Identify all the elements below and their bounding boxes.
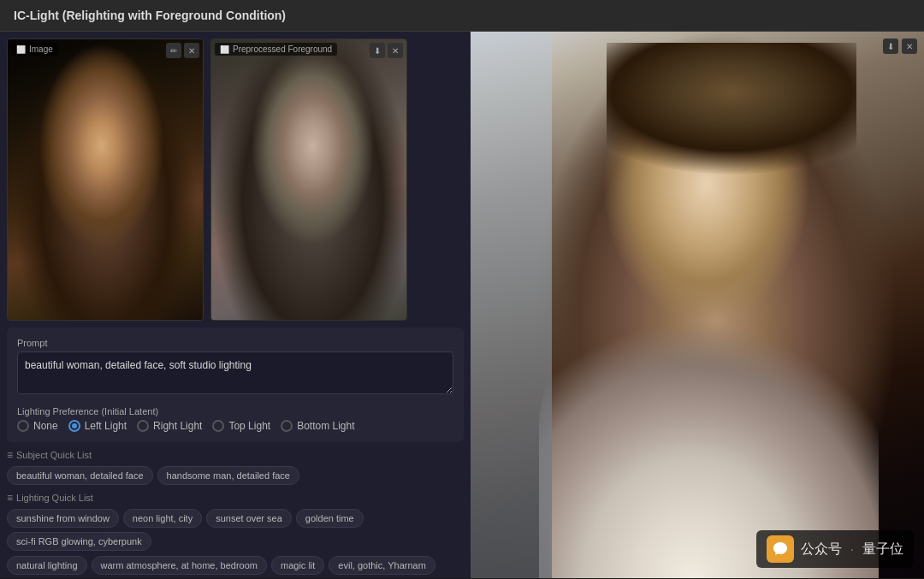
window-light	[471, 32, 552, 578]
app-title: IC-Light (Relighting with Foreground Con…	[14, 9, 286, 22]
lighting-tag-7[interactable]: magic lit	[271, 556, 324, 575]
subject-quick-list: Subject Quick List beautiful woman, deta…	[7, 449, 464, 485]
lighting-options-row: None Left Light Right Light	[17, 420, 453, 432]
lighting-tag-1[interactable]: neon light, city	[123, 509, 202, 528]
lighting-tag-8[interactable]: evil, gothic, Yharnam	[329, 556, 435, 575]
radio-label-left: Left Light	[85, 420, 127, 432]
lighting-group: Lighting Preference (Initial Latent) Non…	[17, 406, 453, 432]
radio-bottom[interactable]: Bottom Light	[281, 420, 354, 432]
output-controls: ⬇ ✕	[883, 38, 917, 54]
lighting-tag-0[interactable]: sunshine from window	[7, 509, 119, 528]
lighting-quick-list-header: Lighting Quick List	[7, 492, 464, 504]
lighting-tag-6[interactable]: warm atmosphere, at home, bedroom	[92, 556, 267, 575]
lighting-tag-5[interactable]: natural lighting	[7, 556, 87, 575]
radio-circle-none	[17, 420, 29, 432]
lighting-tag-4[interactable]: sci-fi RGB glowing, cyberpunk	[7, 532, 151, 551]
subject-tag-1[interactable]: handsome man, detailed face	[157, 466, 299, 485]
image-box-1-label: ⬜ Image	[11, 43, 58, 56]
radio-circle-left	[68, 420, 80, 432]
radio-label-bottom: Bottom Light	[297, 420, 354, 432]
lighting-tags-row-1: sunshine from window neon light, city su…	[7, 509, 464, 551]
image-1-portrait	[8, 39, 203, 320]
output-download-btn[interactable]: ⬇	[883, 38, 898, 54]
hair-area	[607, 43, 856, 207]
image-box-1-controls: ✏ ✕	[166, 43, 199, 58]
radio-circle-bottom	[281, 420, 293, 432]
radio-label-top: Top Light	[228, 420, 270, 432]
subject-quick-list-header: Subject Quick List	[7, 449, 464, 461]
wechat-dot-separator: ·	[850, 542, 854, 556]
wechat-icon	[767, 535, 794, 563]
radio-circle-right	[137, 420, 149, 432]
radio-circle-top	[212, 420, 224, 432]
output-close-btn[interactable]: ✕	[902, 38, 917, 54]
main-layout: ⬜ Image ✏ ✕ ⬜ Preprocessed Foreground ⬇ …	[0, 32, 924, 578]
radio-top[interactable]: Top Light	[212, 420, 270, 432]
image-box-2: ⬜ Preprocessed Foreground ⬇ ✕	[210, 38, 407, 321]
image-box-2-download-btn[interactable]: ⬇	[370, 43, 385, 58]
lighting-tag-2[interactable]: sunset over sea	[206, 509, 292, 528]
image-box-2-close-btn[interactable]: ✕	[388, 43, 403, 58]
output-bg: ⬇ ✕ 公众号 · 量子位	[471, 32, 924, 578]
radio-label-right: Right Light	[153, 420, 202, 432]
subject-tags-row: beautiful woman, detailed face handsome …	[7, 466, 464, 485]
image-2-portrait	[211, 39, 406, 320]
controls-section: Prompt beautiful woman, detailed face, s…	[7, 328, 464, 442]
lighting-tag-3[interactable]: golden time	[296, 509, 364, 528]
prompt-label: Prompt	[17, 338, 453, 348]
right-panel: ⬇ ✕ 公众号 · 量子位	[471, 32, 924, 578]
image-box-1-close-btn[interactable]: ✕	[184, 43, 199, 58]
wechat-overlay: 公众号 · 量子位	[756, 530, 914, 568]
prompt-group: Prompt beautiful woman, detailed face, s…	[17, 338, 453, 398]
image-box-2-controls: ⬇ ✕	[370, 43, 403, 58]
image-row: ⬜ Image ✏ ✕ ⬜ Preprocessed Foreground ⬇ …	[7, 38, 464, 321]
wechat-label: 公众号	[801, 541, 842, 558]
left-panel: ⬜ Image ✏ ✕ ⬜ Preprocessed Foreground ⬇ …	[0, 32, 471, 578]
subject-tag-0[interactable]: beautiful woman, detailed face	[7, 466, 153, 485]
image-box-1-edit-btn[interactable]: ✏	[166, 43, 181, 58]
lighting-tags-row-2: natural lighting warm atmosphere, at hom…	[7, 556, 464, 578]
title-bar: IC-Light (Relighting with Foreground Con…	[0, 0, 924, 32]
wechat-name: 量子位	[862, 541, 903, 558]
radio-label-none: None	[33, 420, 58, 432]
radio-none[interactable]: None	[17, 420, 58, 432]
prompt-textarea[interactable]: beautiful woman, detailed face, soft stu…	[17, 352, 453, 394]
radio-right[interactable]: Right Light	[137, 420, 202, 432]
radio-left[interactable]: Left Light	[68, 420, 127, 432]
output-image-area: ⬇ ✕ 公众号 · 量子位	[471, 32, 924, 578]
image-box-2-label: ⬜ Preprocessed Foreground	[215, 43, 337, 56]
lighting-quick-list: Lighting Quick List sunshine from window…	[7, 492, 464, 578]
lighting-label: Lighting Preference (Initial Latent)	[17, 406, 453, 417]
image-box-1: ⬜ Image ✏ ✕	[7, 38, 204, 321]
